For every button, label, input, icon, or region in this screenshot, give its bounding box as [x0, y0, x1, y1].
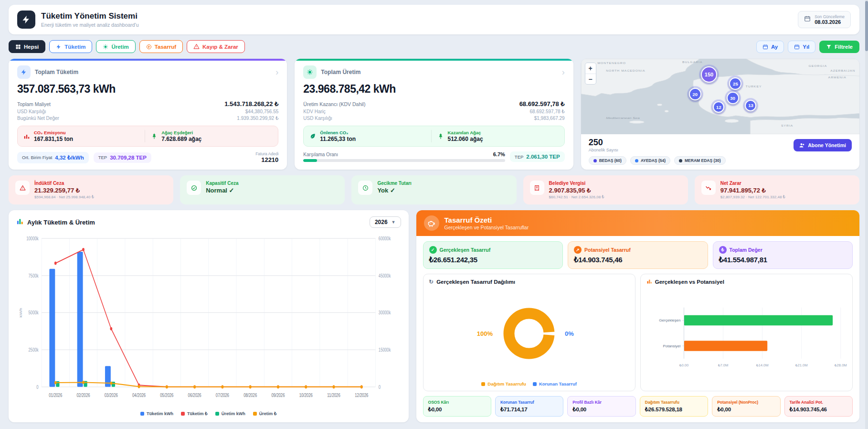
donut-legend-item: Korunan Tasarruf [533, 381, 577, 386]
chevron-right-icon[interactable]: › [275, 68, 278, 76]
stat-label: Gecikme Tutarı [377, 181, 412, 186]
filter-tab-hepsi[interactable]: Hepsi [9, 40, 45, 53]
svg-text:01/2026: 01/2026 [49, 392, 62, 398]
stat-texts: Kapasitif CezaNormal ✓ [206, 181, 238, 194]
eco-texts: Ağaç Eşdeğeri7.628.689 ağaç [161, 130, 201, 142]
svg-text:15000k: 15000k [379, 347, 391, 353]
piggy-bank-icon [424, 215, 439, 231]
zoom-out-button[interactable]: − [585, 74, 596, 84]
map-cluster-marker[interactable]: 30 [727, 92, 739, 104]
map-cluster-marker[interactable]: 150 [701, 66, 717, 83]
svg-text:09/2026: 09/2026 [271, 392, 285, 398]
page-title: Tüketim Yönetim Sistemi [41, 11, 139, 21]
eco-label: Önlenen CO₂ [320, 130, 356, 135]
summary-icon: ↗ [574, 246, 582, 254]
chart-point [138, 385, 140, 388]
page-scrollbar[interactable] [865, 0, 868, 429]
savings-comparison-panel: Gerçekleşen vs Potansiyel ₺0.00₺7.0M₺14.… [640, 274, 853, 391]
map-cluster-marker[interactable]: 12 [713, 101, 724, 113]
chevron-right-icon[interactable]: › [562, 68, 565, 76]
year-select[interactable]: 2026 ▼ [370, 216, 401, 228]
bar-chart-icon [646, 279, 652, 285]
svg-text:₺14.0M: ₺14.0M [756, 363, 768, 367]
chart-point [82, 248, 85, 251]
users-icon [799, 142, 805, 148]
filter-tab-label: Üretim [111, 44, 128, 50]
tree-icon [151, 133, 158, 139]
cluster-count: 12 [716, 105, 721, 110]
map-basemap: MONTENEGROBULGARIANORTH MACEDONIAGEORGIA… [581, 59, 859, 134]
savings-summary-green: ✓Gerçekleşen Tasarruf₺26.651.242,35 [423, 241, 563, 269]
map-country-label: AZERBAIJAN [830, 70, 855, 72]
svg-text:60000k: 60000k [379, 236, 391, 242]
trend-down-icon [701, 181, 716, 195]
svg-text:30000k: 30000k [379, 310, 391, 316]
metric-label: USD Karşılığı [303, 116, 332, 121]
metric-row: KDV Hariç68.692.597,78 ₺ [303, 109, 564, 114]
period-month-button[interactable]: Ay [756, 41, 784, 53]
invoice-count: Fatura Adedi 12210 [255, 151, 278, 163]
hbar-bar [684, 341, 767, 351]
filter-tab-label: Hepsi [24, 44, 39, 50]
svg-text:05/2026: 05/2026 [160, 392, 173, 398]
eco-texts: Kazanılan Ağaç512.060 ağaç [448, 130, 483, 142]
eco-metric: CO₂ Emisyonu167.831,15 ton [23, 130, 145, 142]
mini-value: ₺0,00 [717, 406, 775, 413]
map-cluster-marker[interactable]: 25 [729, 77, 741, 90]
map[interactable]: MONTENEGROBULGARIANORTH MACEDONIAGEORGIA… [581, 59, 859, 134]
map-country-label: SYRIA [781, 125, 793, 127]
savings-summary-card: Tasarruf Özeti Gerçekleşen ve Potansiyel… [416, 210, 859, 422]
svg-text:08/2026: 08/2026 [243, 392, 257, 398]
svg-text:Gerçekleşen: Gerçekleşen [659, 318, 680, 322]
period-year-button[interactable]: Yıl [788, 41, 815, 53]
eco-metric: Kazanılan Ağaç512.060 ağaç [431, 130, 559, 142]
map-cluster-marker[interactable]: 13 [745, 100, 756, 111]
map-legend-chip: MERAM EDAŞ (30) [674, 156, 726, 165]
donut-legend-item: Dağıtım Tasarrufu [481, 381, 526, 386]
stat-value: 2.907.835,95 ₺ [549, 187, 604, 194]
svg-text:₺7.0M: ₺7.0M [718, 363, 728, 367]
stat-card-green: Kapasitif CezaNormal ✓ [180, 175, 345, 204]
chart-bar [77, 252, 83, 387]
eco-metric: Önlenen CO₂11.265,33 ton [309, 130, 431, 142]
metric-row: Üretim Kazancı (KDV Dahil)68.692.597,78 … [303, 100, 564, 107]
eco-texts: Önlenen CO₂11.265,33 ton [320, 130, 356, 142]
tree-icon [437, 133, 444, 139]
coin-icon [146, 44, 152, 50]
eco-value: 512.060 ağaç [448, 136, 483, 142]
mini-label: Tarife Analizi Pot. [790, 400, 847, 405]
stat-texts: Gecikme TutarıYok ✓ [377, 181, 412, 194]
calendar-icon [762, 44, 768, 50]
map-cluster-marker[interactable]: 20 [689, 88, 701, 100]
legend-label: MERAM EDAŞ (30) [685, 158, 721, 163]
subscriber-management-button[interactable]: Abone Yönetimi [794, 139, 852, 151]
svg-text:0: 0 [379, 384, 381, 390]
legend-swatch [253, 412, 257, 416]
summary-label-row: ₺Toplam Değer [719, 246, 847, 254]
donut-legend: Dağıtım TasarrufuKorunan Tasarruf [429, 381, 629, 386]
filter-tab-kayip[interactable]: Kayıp & Zarar [187, 40, 245, 53]
stat-card-red: İndüktif Ceza21.329.259,77 ₺$594,968.84 … [9, 175, 173, 204]
legend-item: Üretim ₺ [253, 411, 277, 416]
dashboard-page: Tüketim Yönetim Sistemi Enerji tüketim v… [0, 0, 868, 429]
legend-swatch [533, 382, 537, 386]
scrollbar-thumb[interactable] [865, 1, 868, 51]
savings-mini-card: Tarife Analizi Pot.₺14.903.745,46 [784, 396, 853, 417]
check-icon [187, 181, 201, 195]
alert-icon [193, 43, 200, 50]
metric-row: USD Karşılığı$44,380,756.55 [17, 109, 278, 114]
legend-label: AYEDAŞ (54) [641, 158, 666, 163]
filter-tab-tuketim[interactable]: Tüketim [49, 40, 92, 53]
refresh-icon: ↻ [429, 279, 434, 285]
summary-value: ₺26.651.242,35 [429, 256, 557, 264]
filter-tab-uretim[interactable]: Üretim [96, 40, 135, 53]
summary-value: ₺14.903.745,46 [574, 256, 701, 264]
metric-value: $44,380,756.55 [245, 109, 279, 114]
filter-apply-button[interactable]: Filtrele [819, 41, 859, 53]
savings-mini-card: Korunan Tasarruf₺71.714,17 [495, 396, 563, 417]
savings-mini-cards: OSOS Kârı₺0,00Korunan Tasarruf₺71.714,17… [423, 396, 853, 417]
filter-tab-tasarruf[interactable]: Tasarruf [139, 40, 183, 53]
map-legend-chip: BEDAŞ (60) [589, 156, 626, 165]
monthly-combo-chart: 002500k15000k5000k30000k7500k45000k10000… [16, 230, 401, 410]
zoom-in-button[interactable]: + [585, 63, 596, 74]
